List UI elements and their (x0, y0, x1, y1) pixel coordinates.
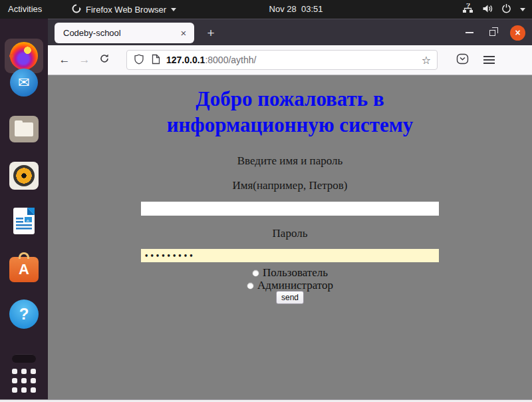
page-content: Добро пожаловать в информационную систем… (48, 75, 532, 399)
ubuntu-software-icon: A (9, 257, 39, 282)
dock-item-ubuntu-software[interactable]: A (8, 252, 40, 284)
pocket-icon[interactable] (456, 53, 469, 67)
name-label: Имя(например, Петров) (232, 179, 347, 192)
radio-admin-label: Администратор (257, 279, 333, 292)
rhythmbox-icon (9, 162, 39, 190)
window-controls: × (466, 19, 532, 46)
new-tab-button[interactable]: + (202, 25, 219, 42)
url-bar[interactable]: 127.0.0.1:8000/aythh/ ☆ (126, 50, 438, 70)
page-title: Добро пожаловать в информационную систем… (117, 86, 463, 138)
running-indicator-dot (9, 54, 13, 58)
help-icon: ? (9, 300, 39, 329)
app-menu-label: Firefox Web Browser (86, 5, 166, 15)
reload-button[interactable] (94, 53, 114, 67)
firefox-icon (10, 42, 38, 70)
password-input[interactable] (141, 249, 439, 262)
system-status-icons[interactable]: ? (462, 0, 525, 19)
dock-item-rhythmbox[interactable] (8, 160, 40, 192)
files-icon (9, 116, 39, 142)
radio-row-user[interactable]: Пользователь (48, 266, 532, 280)
radio-user[interactable] (252, 270, 259, 277)
tab-codeby-school[interactable]: Codeby-school × (55, 23, 194, 43)
shield-icon[interactable] (134, 54, 144, 67)
minimize-icon[interactable] (466, 32, 473, 33)
activities-button[interactable]: Activities (8, 0, 42, 19)
chevron-down-icon (520, 8, 525, 11)
system-top-bar: Activities Firefox Web Browser Nov 28 03… (0, 0, 532, 19)
url-path: :8000/aythh/ (205, 55, 256, 65)
network-question-icon: ? (462, 3, 473, 15)
tab-title: Codeby-school (55, 28, 177, 38)
url-host: 127.0.0.1 (166, 55, 205, 65)
window-close-icon[interactable]: × (510, 25, 525, 41)
app-menu[interactable]: Firefox Web Browser (72, 0, 176, 19)
name-input[interactable] (141, 202, 439, 216)
power-icon (501, 3, 511, 15)
volume-icon (482, 4, 493, 15)
dock: ✉ A ? (0, 19, 48, 399)
page-info-icon[interactable] (151, 54, 160, 67)
clock[interactable]: Nov 28 03:51 (269, 0, 323, 19)
show-applications-icon (12, 369, 36, 393)
radio-row-admin[interactable]: Администратор (48, 279, 532, 292)
libreoffice-writer-icon (10, 206, 38, 238)
dock-item-help[interactable]: ? (8, 298, 40, 330)
tab-close-icon[interactable]: × (177, 27, 190, 39)
screen-bottom-edge (0, 399, 532, 402)
restore-icon[interactable] (489, 30, 495, 36)
trash-icon (12, 354, 36, 363)
svg-text:?: ? (466, 3, 470, 9)
back-button[interactable]: ← (55, 53, 74, 67)
browser-toolbar: ← → 127.0.0.1:8000/aythh/ ☆ (48, 45, 532, 75)
forward-button[interactable]: → (74, 53, 94, 67)
radio-admin[interactable] (247, 282, 254, 290)
intro-text: Введите имя и пароль (237, 154, 343, 168)
send-button[interactable]: send (276, 291, 304, 304)
browser-tab-bar: Codeby-school × + × (48, 19, 532, 45)
bookmark-star-icon[interactable]: ☆ (422, 54, 431, 67)
chevron-down-icon (171, 8, 176, 11)
show-applications-button[interactable] (8, 365, 40, 397)
dock-item-thunderbird[interactable]: ✉ (8, 67, 40, 99)
dock-item-files[interactable] (8, 113, 40, 145)
password-label: Пароль (273, 227, 308, 240)
radio-user-label: Пользователь (263, 266, 328, 280)
menu-hamburger-icon[interactable] (483, 54, 495, 66)
dock-item-libreoffice-writer[interactable] (8, 206, 40, 238)
firefox-menu-icon (72, 4, 81, 15)
thunderbird-icon: ✉ (10, 69, 38, 97)
